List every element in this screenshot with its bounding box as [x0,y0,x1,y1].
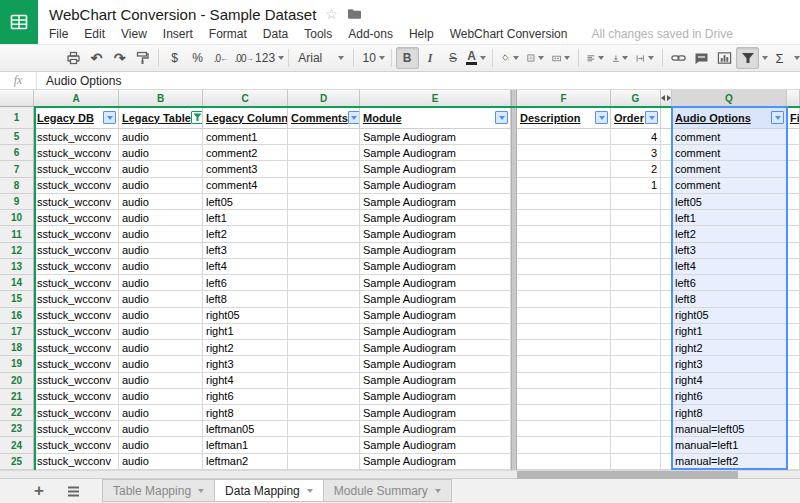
cell-G12[interactable] [611,243,661,259]
cell-A1[interactable]: Legacy DB [34,107,119,129]
cell-G16[interactable] [611,308,661,324]
tab-data-mapping[interactable]: Data Mapping [215,479,324,502]
cell-partial-9[interactable] [787,194,800,210]
cell-C13[interactable]: left4 [203,259,288,275]
row-number-17[interactable]: 17 [0,324,34,340]
filter-dropdown-icon[interactable] [771,111,784,124]
cell-B5[interactable]: audio [119,129,203,145]
cell-E18[interactable]: Sample Audiogram [360,340,511,356]
cell-D15[interactable] [288,291,360,307]
cell-E22[interactable]: Sample Audiogram [360,405,511,421]
column-header-Q[interactable]: Q [672,90,787,107]
cell-D24[interactable] [288,437,360,453]
menu-data[interactable]: Data [255,27,296,41]
cell-F8[interactable] [517,178,611,194]
cell-C21[interactable]: right6 [203,389,288,405]
cell-F23[interactable] [517,421,611,437]
cell-C1[interactable]: Legacy Column [203,107,288,129]
cell-B8[interactable]: audio [119,178,203,194]
row-number-14[interactable]: 14 [0,275,34,291]
more-formats-button[interactable]: 123 [255,47,284,69]
cell-F25[interactable] [517,454,611,470]
cell-E6[interactable]: Sample Audiogram [360,145,511,161]
cell-D14[interactable] [288,275,360,291]
cell-Q16[interactable]: right05 [672,308,787,324]
cell-B6[interactable]: audio [119,145,203,161]
cell-E25[interactable]: Sample Audiogram [360,454,511,470]
filter-dropdown-icon[interactable] [595,111,608,124]
undo-button[interactable]: ↶ [85,47,108,69]
cell-D9[interactable] [288,194,360,210]
cell-E17[interactable]: Sample Audiogram [360,324,511,340]
cell-E9[interactable]: Sample Audiogram [360,194,511,210]
cell-A17[interactable]: sstuck_wcconv [34,324,119,340]
cell-E16[interactable]: Sample Audiogram [360,308,511,324]
cell-C24[interactable]: leftman1 [203,437,288,453]
cell-D11[interactable] [288,226,360,242]
cell-Q5[interactable]: comment [672,129,787,145]
cell-F20[interactable] [517,373,611,389]
cell-A10[interactable]: sstuck_wcconv [34,210,119,226]
cell-F13[interactable] [517,259,611,275]
cell-A11[interactable]: sstuck_wcconv [34,226,119,242]
folder-icon[interactable] [347,8,362,20]
cell-partial-6[interactable] [787,145,800,161]
tab-menu-caret-icon[interactable] [435,489,441,493]
menu-edit[interactable]: Edit [76,27,113,41]
tab-menu-caret-icon[interactable] [198,489,204,493]
cell-C11[interactable]: left2 [203,226,288,242]
cell-G21[interactable] [611,389,661,405]
font-size-select[interactable]: 10 [358,47,387,69]
menu-help[interactable]: Help [401,27,442,41]
cell-F16[interactable] [517,308,611,324]
insert-comment-button[interactable] [690,47,713,69]
vertical-align-button[interactable] [608,47,633,69]
cell-Q13[interactable]: left4 [672,259,787,275]
cell-Q18[interactable]: right2 [672,340,787,356]
cell-E7[interactable]: Sample Audiogram [360,161,511,177]
tab-module-summary[interactable]: Module Summary [324,479,452,502]
functions-button[interactable]: Σ [768,47,791,69]
cell-Q12[interactable]: left3 [672,243,787,259]
filter-dropdown-icon[interactable] [103,111,116,124]
column-header-C[interactable]: C [203,90,288,107]
column-header-F[interactable]: F [517,90,611,107]
cell-G23[interactable] [611,421,661,437]
cell-G18[interactable] [611,340,661,356]
cell-partial-1[interactable]: Fi [787,107,800,129]
cell-E24[interactable]: Sample Audiogram [360,437,511,453]
select-all-corner[interactable] [0,90,34,107]
row-number-10[interactable]: 10 [0,210,34,226]
cell-C10[interactable]: left1 [203,210,288,226]
tab-table-mapping[interactable]: Table Mapping [102,479,215,502]
cell-C12[interactable]: left3 [203,243,288,259]
insert-chart-button[interactable] [713,47,736,69]
cell-F24[interactable] [517,437,611,453]
cell-G7[interactable]: 2 [611,161,661,177]
cell-Q17[interactable]: right1 [672,324,787,340]
cell-A6[interactable]: sstuck_wcconv [34,145,119,161]
cell-D5[interactable] [288,129,360,145]
cell-B13[interactable]: audio [119,259,203,275]
cell-B15[interactable]: audio [119,291,203,307]
cell-C15[interactable]: left8 [203,291,288,307]
cell-D22[interactable] [288,405,360,421]
filter-button[interactable] [736,47,759,69]
cell-partial-8[interactable] [787,178,800,194]
cell-C17[interactable]: right1 [203,324,288,340]
cell-G13[interactable] [611,259,661,275]
cell-D17[interactable] [288,324,360,340]
cell-E20[interactable]: Sample Audiogram [360,373,511,389]
menu-format[interactable]: Format [201,27,255,41]
cell-D10[interactable] [288,210,360,226]
horizontal-scrollbar[interactable] [0,470,800,478]
star-icon[interactable]: ☆ [325,7,338,21]
cell-D16[interactable] [288,308,360,324]
insert-link-button[interactable] [667,47,690,69]
cell-G5[interactable]: 4 [611,129,661,145]
cell-D7[interactable] [288,161,360,177]
row-number-19[interactable]: 19 [0,356,34,372]
cell-Q1[interactable]: Audio Options [672,107,787,129]
cell-B7[interactable]: audio [119,161,203,177]
row-number-20[interactable]: 20 [0,373,34,389]
